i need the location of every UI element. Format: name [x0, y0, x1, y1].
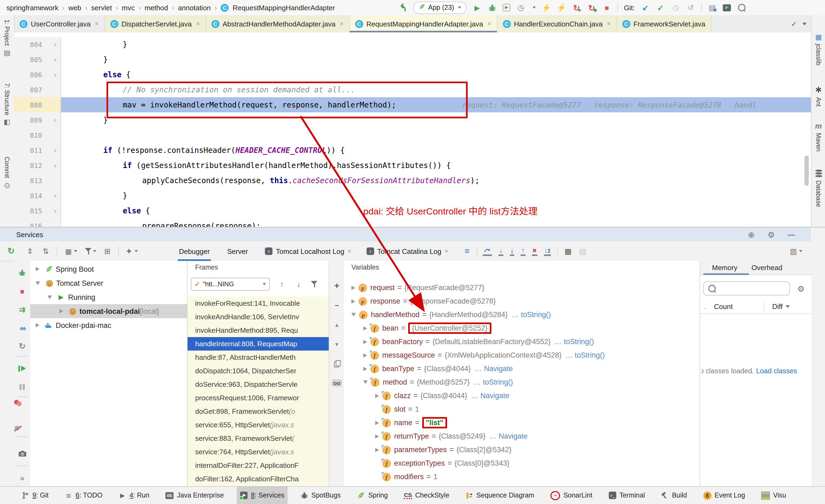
stack-frame[interactable]: service:655, HttpServlet (javax.s	[188, 418, 329, 432]
toolwindow-button-ant[interactable]: Ant	[812, 85, 825, 107]
search-everywhere-icon[interactable]	[737, 3, 746, 12]
variable-link[interactable]: Navigate	[497, 432, 528, 440]
expander-icon[interactable]	[363, 339, 367, 344]
toolwindow-button-commit[interactable]: Commit	[0, 157, 14, 189]
step-over-icon[interactable]	[483, 247, 492, 256]
close-icon[interactable]: ×	[196, 20, 200, 27]
breadcrumb-item[interactable]: annotation	[178, 3, 211, 12]
run-configuration-selector[interactable]: App (23)	[413, 1, 466, 14]
layout-settings-icon[interactable]	[789, 246, 798, 256]
code-editor[interactable]: 804∧}805∧}806∨else {807// No synchroniza…	[14, 32, 811, 227]
stack-frame[interactable]: internalDoFilter:227, ApplicationF	[188, 458, 329, 472]
status-item-sequence-diagram[interactable]: Sequence Diagram	[462, 487, 537, 504]
debug-button[interactable]	[487, 3, 497, 12]
toolwindow-button-maven[interactable]: Maven	[812, 122, 825, 152]
variable-link[interactable]: toString()	[480, 378, 513, 386]
expander-icon[interactable]	[375, 421, 379, 425]
editor-tab[interactable]: CAbstractHandlerMethodAdapter.java×	[206, 15, 350, 32]
tab-debugger[interactable]: Debugger	[178, 242, 211, 261]
toolwindow-button-1-project[interactable]: 1: Project	[0, 19, 14, 56]
close-icon[interactable]: ×	[445, 247, 448, 255]
previous-frame-icon[interactable]	[277, 279, 287, 289]
stack-frame[interactable]: doService:963, DispatcherServle	[188, 377, 329, 391]
expander-icon[interactable]	[36, 281, 40, 285]
more-actions-icon[interactable]	[14, 471, 30, 484]
memory-search-input[interactable]	[719, 284, 781, 293]
expander-icon[interactable]	[375, 394, 379, 398]
git-update-icon[interactable]	[641, 3, 650, 12]
load-classes-link[interactable]: Load classes	[756, 367, 797, 375]
breadcrumb-item[interactable]: servlet	[91, 3, 112, 12]
profiler-icon[interactable]	[516, 3, 525, 12]
status-item--run[interactable]: 4: Run	[116, 487, 153, 504]
thread-dump-icon[interactable]	[14, 447, 30, 460]
variable-row[interactable]: fparameterTypes={Class[2]@5342}	[344, 443, 731, 456]
variable-row[interactable]: fbeanType={Class@4044}…Navigate	[344, 362, 719, 375]
stack-frame[interactable]: invokeForRequest:141, Invocable	[188, 297, 329, 310]
variable-link[interactable]: toString()	[562, 338, 594, 346]
profiler-chevron-icon[interactable]	[532, 6, 536, 9]
tab-tomcat-localhost-log[interactable]: Tomcat Localhost Log×	[264, 242, 353, 261]
rerun-icon[interactable]	[6, 246, 16, 256]
close-icon[interactable]: ×	[607, 20, 611, 27]
tab-server[interactable]: Server	[226, 242, 249, 261]
service-tree-item[interactable]: Tomcat Server	[30, 276, 193, 290]
expander-icon[interactable]	[352, 313, 356, 317]
next-frame-icon[interactable]	[294, 279, 303, 289]
project-structure-icon[interactable]	[708, 3, 717, 12]
breadcrumb-class-item[interactable]: RequestMappingHandlerAdapter	[233, 3, 335, 12]
step-out-icon[interactable]: ↑	[521, 247, 525, 256]
move-down-icon[interactable]	[329, 338, 345, 351]
editor-tab[interactable]: CUserController.java×	[14, 15, 104, 32]
expand-all-icon[interactable]	[25, 246, 34, 256]
toolwindow-button-database[interactable]: Database	[812, 170, 825, 207]
status-item-event-log[interactable]: 8Event Log	[700, 487, 749, 504]
close-icon[interactable]: ×	[348, 247, 352, 255]
close-icon[interactable]: ×	[95, 20, 99, 27]
resume-program-icon[interactable]	[14, 362, 30, 375]
variable-row[interactable]: fbean={UserController@5252}	[344, 321, 719, 335]
expander-icon[interactable]	[48, 295, 52, 299]
column-class[interactable]: .	[700, 303, 706, 311]
editor-tab[interactable]: CRequestMappingHandlerAdapter.java×	[350, 15, 497, 32]
expander-icon[interactable]	[375, 447, 379, 452]
variable-row[interactable]: fname="list"	[344, 416, 731, 429]
hide-frames-filter-icon[interactable]	[311, 280, 318, 288]
stack-frame[interactable]: invokeHandlerMethod:895, Requ	[188, 324, 329, 337]
hotswap-icon[interactable]	[14, 321, 30, 334]
expander-icon[interactable]	[363, 366, 367, 371]
variable-link[interactable]: Navigate	[482, 365, 513, 373]
status-item--git[interactable]: 9: Git	[18, 487, 52, 504]
inspections-ok-icon[interactable]: ✓	[791, 20, 797, 28]
status-item-spring[interactable]: Spring	[354, 487, 391, 504]
variable-row[interactable]: fslot=1	[344, 403, 731, 416]
variable-row[interactable]: fmodifiers=1	[344, 470, 731, 484]
filter-icon[interactable]	[85, 247, 92, 255]
add-service-icon[interactable]	[124, 246, 134, 256]
git-commit-icon[interactable]	[656, 3, 665, 12]
toolwindow-button-jclasslib[interactable]: jclasslib	[812, 33, 825, 66]
stack-frame[interactable]: service:883, FrameworkServlet (	[188, 432, 329, 445]
stack-frame[interactable]: invokeAndHandle:106, ServletInv	[188, 310, 329, 324]
status-item-spotbugs[interactable]: SpotBugs	[297, 487, 344, 504]
pause-program-icon[interactable]	[14, 380, 30, 393]
variable-link[interactable]: Navigate	[478, 392, 509, 400]
run-anything-icon[interactable]	[723, 4, 731, 11]
stack-frame[interactable]: service:764, HttpServlet (javax.s	[188, 445, 329, 458]
toolwindow-button-7-structure[interactable]: 7: Structure	[0, 83, 14, 125]
status-item--services[interactable]: 8: Services	[237, 487, 288, 504]
move-up-icon[interactable]	[329, 318, 345, 331]
status-item-visu[interactable]: Visu	[758, 487, 789, 504]
refresh-icon[interactable]	[14, 340, 30, 353]
services-panel-header[interactable]: Services	[0, 228, 811, 242]
run-button[interactable]	[472, 3, 482, 12]
back-arrow-icon[interactable]	[398, 3, 407, 12]
stack-frame[interactable]: doGet:898, FrameworkServlet (o	[188, 405, 329, 418]
expander-icon[interactable]	[363, 326, 367, 330]
status-item-sonarlint[interactable]: SonarLint	[547, 487, 596, 504]
expander-icon[interactable]	[36, 323, 40, 327]
memory-search-box[interactable]	[703, 281, 790, 296]
view-breakpoints-icon[interactable]	[14, 400, 22, 406]
editor-tab[interactable]: CFrameworkServlet.java	[617, 15, 711, 32]
force-step-into-icon[interactable]: ↓	[510, 247, 514, 256]
